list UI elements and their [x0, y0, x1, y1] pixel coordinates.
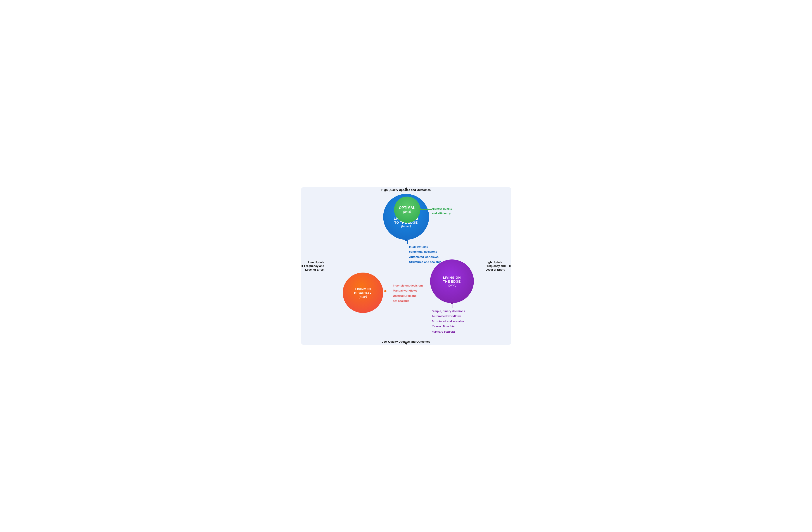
- living-edge-circle: LIVING ONTHE EDGE (good): [430, 260, 474, 303]
- axis-top-label: High Quality Updates and Outcomes: [381, 188, 431, 192]
- living-edge-label: LIVING ONTHE EDGE: [443, 276, 461, 283]
- living-disarray-circle: LIVING INDISARRAY (poor): [343, 272, 383, 313]
- living-close-dot: [405, 239, 407, 241]
- living-edge-connector: [452, 304, 452, 308]
- living-disarray-label: LIVING INDISARRAY: [354, 287, 372, 295]
- living-disarray-annotation: Inconsistent decisions Manual workflows …: [393, 283, 424, 304]
- optimal-label: OPTIMAL: [399, 206, 416, 210]
- optimal-dot: [419, 208, 421, 210]
- axis-left-label: Low Update Frequency and Level of Effort: [300, 261, 324, 272]
- optimal-circle: OPTIMAL (best): [394, 196, 420, 223]
- living-edge-dot: [451, 302, 453, 304]
- living-disarray-sub: (poor): [359, 295, 367, 298]
- living-disarray-dot: [384, 290, 387, 292]
- axis-right-label: High Update Frequency and Level of Effor…: [485, 261, 510, 272]
- axis-bottom-label: Low Quality Updates and Outcomes: [382, 340, 430, 344]
- optimal-connector: [420, 209, 432, 210]
- living-close-annotation: Intelligent andcontextual decisions Auto…: [409, 244, 441, 265]
- optimal-sub: (best): [403, 210, 411, 213]
- living-edge-sub: (good): [447, 283, 456, 287]
- optimal-annotation: Highest quality and efficiency: [432, 207, 452, 216]
- living-edge-annotation: Simple, binary decisions Automated workf…: [432, 309, 465, 334]
- living-close-sub: (better): [401, 224, 411, 228]
- diagram: High Quality Updates and Outcomes Low Qu…: [301, 187, 511, 345]
- living-close-connector: [407, 240, 408, 244]
